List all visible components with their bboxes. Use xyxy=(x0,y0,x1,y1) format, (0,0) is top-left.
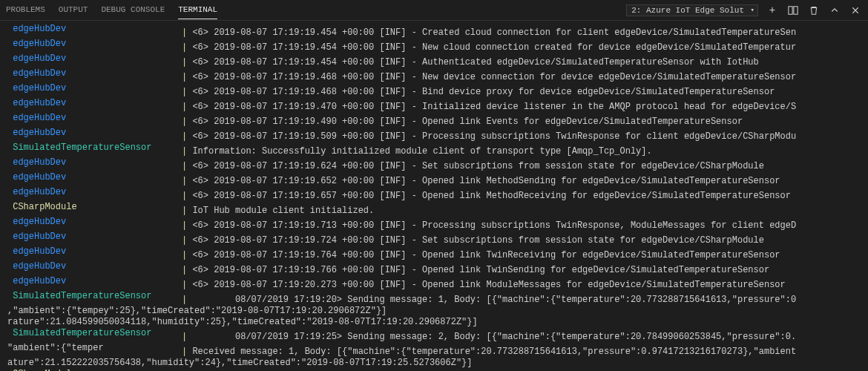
terminal-output[interactable]: edgeHubDev| <6> 2019-08-07 17:19:19.454 … xyxy=(0,21,868,371)
log-source: edgeHubDev xyxy=(7,128,182,139)
log-source: edgeHubDev xyxy=(7,24,182,35)
log-source: edgeHubDev xyxy=(7,39,182,50)
log-continuation: "ambient":{"temper xyxy=(7,343,182,354)
log-message: <6> 2019-08-07 17:19:19.624 +00:00 [INF]… xyxy=(187,161,764,171)
log-message: Received message: 1, Body: [{"machine":{… xyxy=(187,347,796,357)
log-message: <6> 2019-08-07 17:19:19.468 +00:00 [INF]… xyxy=(187,87,775,97)
log-continuation: rature":21.084599050034118,"humidity":25… xyxy=(7,317,478,327)
log-source: edgeHubDev xyxy=(7,172,182,183)
log-message: IoT Hub module client initialized. xyxy=(187,206,374,216)
log-source: edgeHubDev xyxy=(7,53,182,65)
log-message: <6> 2019-08-07 17:19:19.490 +00:00 [INF]… xyxy=(187,116,743,127)
log-source: edgeHubDev xyxy=(7,68,182,79)
terminal-line: edgeHubDev| <6> 2019-08-07 17:19:19.468 … xyxy=(7,68,861,83)
chevron-up-icon[interactable] xyxy=(828,4,841,17)
log-source: edgeHubDev xyxy=(7,232,182,243)
log-source: edgeHubDev xyxy=(7,83,182,94)
tab-problems[interactable]: PROBLEMS xyxy=(6,1,45,19)
log-message: <6> 2019-08-07 17:19:19.454 +00:00 [INF]… xyxy=(187,57,759,68)
log-source: SimulatedTemperatureSensor xyxy=(7,291,182,302)
terminal-line: ,"ambient":{"tempey":25},"timeCreated":"… xyxy=(7,306,861,317)
log-message: <6> 2019-08-07 17:19:19.468 +00:00 [INF]… xyxy=(187,72,796,82)
log-source: SimulatedTemperatureSensor xyxy=(7,328,182,339)
panel-tabs: PROBLEMSOUTPUTDEBUG CONSOLETERMINAL xyxy=(6,1,626,19)
new-terminal-icon[interactable]: + xyxy=(766,4,779,17)
log-source: edgeHubDev xyxy=(7,113,182,124)
terminal-line: "ambient":{"temper | Received message: 1… xyxy=(7,343,861,358)
log-message: <6> 2019-08-07 17:19:19.724 +00:00 [INF]… xyxy=(187,235,764,246)
terminal-line: SimulatedTemperatureSensor| 08/07/2019 1… xyxy=(7,328,861,343)
log-continuation: ,"ambient":{"tempey":25},"timeCreated":"… xyxy=(7,306,387,316)
svg-rect-0 xyxy=(789,6,792,14)
log-source: edgeHubDev xyxy=(7,261,182,272)
log-message: 08/07/2019 17:19:25> Sending message: 2,… xyxy=(187,332,796,342)
log-continuation: ature":21.152222035756438,"humidity":24}… xyxy=(7,358,473,368)
terminal-line: edgeHubDev| <6> 2019-08-07 17:19:19.657 … xyxy=(7,187,861,202)
terminal-line: edgeHubDev| <6> 2019-08-07 17:19:19.764 … xyxy=(7,246,861,261)
close-icon[interactable] xyxy=(849,4,862,17)
terminal-line: SimulatedTemperatureSensor| Information:… xyxy=(7,142,861,157)
tab-debug-console[interactable]: DEBUG CONSOLE xyxy=(101,1,165,19)
log-message: <6> 2019-08-07 17:19:19.454 +00:00 [INF]… xyxy=(187,42,796,53)
log-message: 08/07/2019 17:19:20> Sending message: 1,… xyxy=(187,295,796,305)
terminal-line: edgeHubDev| <6> 2019-08-07 17:19:19.490 … xyxy=(7,113,861,128)
log-source: edgeHubDev xyxy=(7,246,182,257)
terminal-line: edgeHubDev| <6> 2019-08-07 17:19:19.454 … xyxy=(7,39,861,53)
log-message: <6> 2019-08-07 17:19:19.509 +00:00 [INF]… xyxy=(187,131,796,142)
log-source: edgeHubDev xyxy=(7,217,182,228)
trash-icon[interactable] xyxy=(807,4,821,17)
svg-rect-1 xyxy=(794,6,798,14)
terminal-line: edgeHubDev| <6> 2019-08-07 17:19:19.509 … xyxy=(7,128,861,142)
panel-toolbar: 2: Azure IoT Edge Solut + xyxy=(626,4,862,17)
terminal-line: edgeHubDev| <6> 2019-08-07 17:19:19.724 … xyxy=(7,232,861,246)
terminal-selector-dropdown[interactable]: 2: Azure IoT Edge Solut xyxy=(626,4,758,16)
terminal-line: SimulatedTemperatureSensor| 08/07/2019 1… xyxy=(7,291,861,306)
log-message: Information: Successfully initialized mo… xyxy=(187,146,652,157)
panel-header: PROBLEMSOUTPUTDEBUG CONSOLETERMINAL 2: A… xyxy=(0,0,868,21)
log-message: <6> 2019-08-07 17:19:19.454 +00:00 [INF]… xyxy=(187,27,796,38)
terminal-line: edgeHubDev| <6> 2019-08-07 17:19:19.470 … xyxy=(7,98,861,113)
tab-output[interactable]: OUTPUT xyxy=(59,1,88,19)
log-source: SimulatedTemperatureSensor xyxy=(7,142,182,154)
tab-terminal[interactable]: TERMINAL xyxy=(178,1,217,19)
terminal-line: edgeHubDev| <6> 2019-08-07 17:19:19.766 … xyxy=(7,261,861,276)
log-message: <6> 2019-08-07 17:19:19.652 +00:00 [INF]… xyxy=(187,176,780,186)
terminal-line: edgeHubDev| <6> 2019-08-07 17:19:19.454 … xyxy=(7,53,861,68)
terminal-line: edgeHubDev| <6> 2019-08-07 17:19:20.273 … xyxy=(7,276,861,291)
log-source: edgeHubDev xyxy=(7,276,182,287)
log-source: edgeHubDev xyxy=(7,187,182,198)
terminal-line: edgeHubDev| <6> 2019-08-07 17:19:19.468 … xyxy=(7,83,861,98)
terminal-line: CSharpModule| IoT Hub module client init… xyxy=(7,202,861,217)
log-source: edgeHubDev xyxy=(7,98,182,109)
split-terminal-icon[interactable] xyxy=(786,4,800,17)
log-message: <6> 2019-08-07 17:19:19.766 +00:00 [INF]… xyxy=(187,265,769,275)
log-message: <6> 2019-08-07 17:19:19.764 +00:00 [INF]… xyxy=(187,250,780,260)
terminal-line: rature":21.084599050034118,"humidity":25… xyxy=(7,317,861,328)
log-source: CSharpModule xyxy=(7,202,182,213)
log-message: <6> 2019-08-07 17:19:19.713 +00:00 [INF]… xyxy=(187,220,796,231)
log-source: edgeHubDev xyxy=(7,157,182,168)
terminal-line: edgeHubDev| <6> 2019-08-07 17:19:19.713 … xyxy=(7,217,861,232)
log-message: <6> 2019-08-07 17:19:19.657 +00:00 [INF]… xyxy=(187,191,791,201)
terminal-line: ature":21.152222035756438,"humidity":24}… xyxy=(7,358,861,369)
terminal-line: edgeHubDev| <6> 2019-08-07 17:19:19.454 … xyxy=(7,24,861,39)
terminal-line: edgeHubDev| <6> 2019-08-07 17:19:19.624 … xyxy=(7,157,861,172)
log-message: <6> 2019-08-07 17:19:19.470 +00:00 [INF]… xyxy=(187,102,796,112)
log-message: <6> 2019-08-07 17:19:20.273 +00:00 [INF]… xyxy=(187,280,786,290)
terminal-line: edgeHubDev| <6> 2019-08-07 17:19:19.652 … xyxy=(7,172,861,187)
